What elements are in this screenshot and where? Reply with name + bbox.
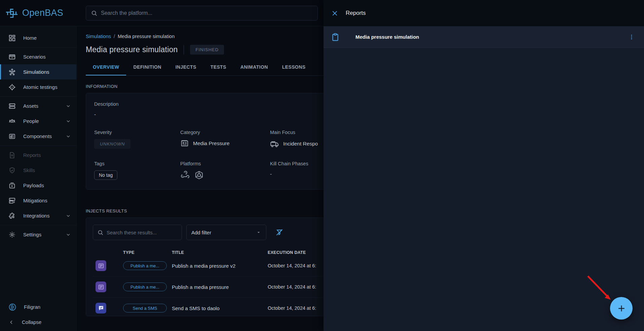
chevron-down-icon[interactable] <box>66 134 71 139</box>
platform-search-input[interactable] <box>101 10 313 16</box>
clear-filters-icon[interactable] <box>275 228 283 236</box>
sidebar-item-assets[interactable]: Assets <box>0 98 76 113</box>
sidebar-item-simulations[interactable]: Simulations <box>0 64 76 79</box>
sidebar-item-components[interactable]: Components <box>0 129 76 144</box>
puzzle-icon <box>8 212 16 220</box>
breadcrumb-current: Media pressure simulation <box>118 34 175 39</box>
media-pressure-type-icon <box>96 260 106 271</box>
breadcrumb-separator: / <box>114 34 115 39</box>
sidebar-divider <box>0 225 76 225</box>
chevron-down-icon[interactable] <box>66 119 71 124</box>
inject-type-chip: Publish a me... <box>123 261 167 270</box>
tab-lessons[interactable]: LESSONS <box>275 59 313 75</box>
newspaper-icon <box>8 133 16 140</box>
report-icon <box>8 152 16 159</box>
internal-platform-icon <box>194 170 204 180</box>
newspaper-icon <box>180 139 189 148</box>
sidebar-collapse-button[interactable]: Collapse <box>0 315 76 330</box>
tab-animation[interactable]: ANIMATION <box>233 59 275 75</box>
sidebar-item-payloads[interactable]: Payloads <box>0 178 76 193</box>
breadcrumb-simulations-link[interactable]: Simulations <box>86 34 111 39</box>
chevron-down-icon[interactable] <box>66 213 71 219</box>
plus-icon <box>617 304 626 313</box>
status-badge: FINISHED <box>190 45 224 55</box>
column-header-title[interactable]: TITLE <box>172 250 268 255</box>
shield-check-icon <box>8 167 16 174</box>
results-search-input[interactable] <box>107 230 178 235</box>
no-tag-chip: No tag <box>94 170 117 180</box>
title-divider <box>184 45 184 55</box>
tags-field: Tags No tag <box>94 161 180 180</box>
sidebar-divider <box>0 96 76 97</box>
platform-search[interactable] <box>86 6 318 21</box>
search-icon <box>97 229 104 236</box>
target-icon <box>8 84 16 91</box>
close-icon[interactable] <box>331 10 338 17</box>
media-pressure-type-icon <box>96 282 106 292</box>
kebab-menu-icon[interactable] <box>627 32 637 42</box>
reports-drawer: Reports Media pressure simulation <box>324 0 644 331</box>
drawer-title: Reports <box>346 10 366 16</box>
mitigation-icon <box>8 197 16 204</box>
inject-title: Publish a media pressure <box>172 284 268 290</box>
openbas-logo-icon <box>5 6 19 20</box>
clipboard-icon <box>331 33 340 41</box>
sidebar-item-atomic-testings[interactable]: Atomic testings <box>0 79 76 95</box>
sidebar-item-home[interactable]: Home <box>0 30 76 45</box>
sidebar-item-reports: Reports <box>0 147 76 163</box>
sms-type-icon <box>96 303 106 313</box>
inject-title: Publish a media pressure v2 <box>172 263 268 269</box>
report-list-item[interactable]: Media pressure simulation <box>324 26 644 48</box>
sidebar-item-scenarios[interactable]: Scenarios <box>0 49 76 64</box>
sidebar-item-filigran[interactable]: Filigran <box>0 299 76 315</box>
tab-definition[interactable]: DEFINITION <box>126 59 168 75</box>
severity-badge: UNKNOWN <box>94 139 130 149</box>
webhook-platform-icon <box>180 170 190 180</box>
firetruck-icon <box>270 139 279 148</box>
category-field: Category Media Pressure <box>180 130 270 149</box>
filigran-logo <box>8 303 16 311</box>
sidebar-item-mitigations[interactable]: Mitigations <box>0 193 76 208</box>
results-search[interactable] <box>93 225 182 240</box>
scenario-icon <box>8 53 16 61</box>
brand-logo[interactable]: OpenBAS <box>0 6 77 20</box>
tab-overview[interactable]: OVERVIEW <box>86 59 126 75</box>
main-focus-value: Incident Respo <box>283 141 318 147</box>
page-title: Media pressure simulation <box>86 45 178 54</box>
category-value: Media Pressure <box>193 140 230 146</box>
add-filter-select[interactable]: Add filter <box>186 225 266 240</box>
people-icon <box>8 118 16 125</box>
storage-icon <box>8 102 16 110</box>
sidebar-item-people[interactable]: People <box>0 113 76 129</box>
brand-name: OpenBAS <box>22 8 63 18</box>
chevron-left-icon <box>8 319 14 325</box>
caret-down-icon <box>256 230 261 235</box>
inject-type-chip: Send a SMS <box>123 304 167 312</box>
sidebar-item-skills: Skills <box>0 163 76 178</box>
left-sidebar: Home Scenarios Simulations Atomic testin… <box>0 26 77 331</box>
hub-icon <box>8 68 16 76</box>
sidebar-divider <box>0 145 76 146</box>
sidebar-divider <box>0 47 76 47</box>
platforms-field: Platforms <box>180 161 270 180</box>
dashboard-icon <box>8 34 16 42</box>
add-report-fab[interactable] <box>610 297 633 320</box>
search-icon <box>91 10 98 16</box>
tab-injects[interactable]: INJECTS <box>168 59 203 75</box>
inject-type-chip: Publish a me... <box>123 283 167 291</box>
chevron-down-icon[interactable] <box>66 232 71 237</box>
chevron-down-icon[interactable] <box>66 103 71 109</box>
tab-tests[interactable]: TESTS <box>203 59 233 75</box>
gear-icon <box>8 231 16 238</box>
sidebar-item-integrations[interactable]: Integrations <box>0 208 76 223</box>
severity-field: Severity UNKNOWN <box>94 130 180 149</box>
column-header-type[interactable]: TYPE <box>123 250 172 255</box>
drawer-header: Reports <box>324 0 644 26</box>
payload-icon <box>8 182 16 189</box>
report-item-label: Media pressure simulation <box>355 34 419 40</box>
inject-title: Send a SMS to daolo <box>172 305 268 311</box>
sidebar-footer: Filigran Collapse <box>0 299 76 330</box>
sidebar-item-settings[interactable]: Settings <box>0 227 76 242</box>
